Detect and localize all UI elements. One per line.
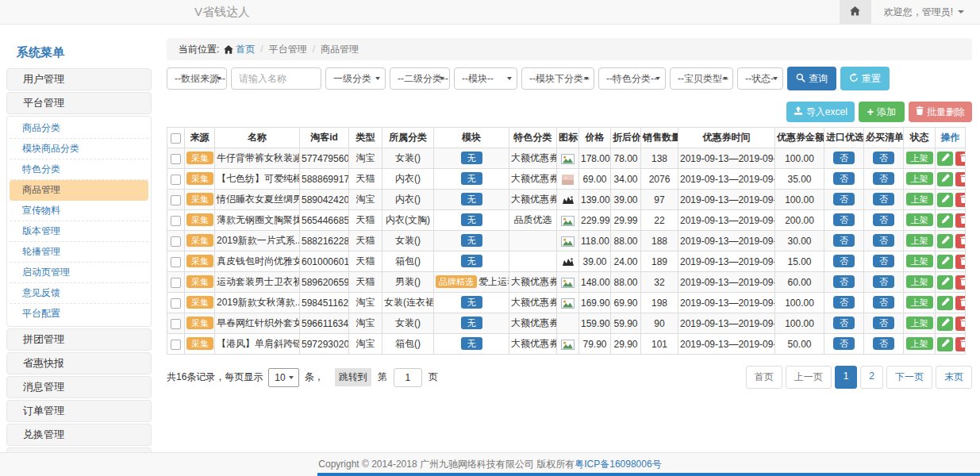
row-checkbox[interactable]: [171, 216, 181, 226]
must-buy-toggle-button[interactable]: 否: [873, 193, 894, 205]
import-toggle-button[interactable]: 否: [833, 317, 855, 329]
page-button[interactable]: 1: [835, 366, 858, 389]
icp-link[interactable]: 粤ICP备16098006号: [575, 459, 661, 470]
sidebar-item[interactable]: 版本管理: [10, 221, 148, 242]
sidebar-section[interactable]: 用户管理: [6, 68, 152, 90]
delete-button[interactable]: [955, 275, 966, 290]
edit-button[interactable]: [937, 337, 953, 351]
sidebar-section[interactable]: 省惠快报: [6, 352, 152, 374]
sidebar-section[interactable]: 拼团管理: [6, 328, 152, 351]
sidebar-item[interactable]: 模块商品分类: [10, 139, 148, 159]
row-checkbox[interactable]: [171, 319, 181, 329]
must-buy-toggle-button[interactable]: 否: [873, 172, 894, 185]
row-checkbox[interactable]: [171, 175, 181, 185]
sidebar-item[interactable]: 轮播管理: [10, 242, 148, 263]
row-checkbox[interactable]: [171, 236, 181, 247]
filter-select[interactable]: 一级分类: [325, 67, 386, 90]
status-button[interactable]: 上架: [906, 296, 933, 309]
query-button[interactable]: 查询: [787, 67, 836, 90]
row-checkbox[interactable]: [171, 340, 181, 350]
edit-button[interactable]: [937, 193, 953, 207]
edit-button[interactable]: [937, 213, 953, 228]
delete-button[interactable]: [955, 152, 966, 166]
filter-select[interactable]: --状态--: [737, 67, 783, 90]
edit-button[interactable]: [937, 296, 953, 310]
page-jump-input[interactable]: [394, 368, 422, 387]
status-button[interactable]: 上架: [906, 172, 933, 185]
edit-button[interactable]: [937, 152, 953, 166]
edit-button[interactable]: [937, 317, 953, 331]
sidebar-section[interactable]: 兑换管理: [6, 424, 152, 446]
import-toggle-button[interactable]: 否: [833, 193, 855, 205]
edit-button[interactable]: [937, 234, 953, 248]
filter-select[interactable]: --宝贝类型--: [670, 67, 733, 90]
import-toggle-button[interactable]: 否: [833, 172, 855, 185]
import-toggle-button[interactable]: 否: [833, 234, 855, 247]
page-button[interactable]: 2: [860, 366, 883, 389]
import-toggle-button[interactable]: 否: [833, 296, 855, 309]
edit-button[interactable]: [937, 275, 953, 290]
batch-delete-button[interactable]: 批量删除: [909, 102, 972, 122]
filter-select[interactable]: --二级分类--: [390, 67, 450, 90]
sidebar-item[interactable]: 商品管理: [10, 180, 148, 201]
row-checkbox[interactable]: [171, 298, 181, 309]
sidebar-section[interactable]: 平台管理: [6, 92, 152, 114]
sidebar-item[interactable]: 宣传物料: [10, 201, 148, 221]
sidebar-section[interactable]: 订单管理: [6, 400, 152, 422]
status-button[interactable]: 上架: [906, 275, 933, 288]
delete-button[interactable]: [955, 317, 966, 331]
filter-select[interactable]: --数据来源--: [167, 67, 227, 90]
filter-select[interactable]: --模块下分类--: [521, 67, 594, 90]
per-page-select[interactable]: 10: [268, 368, 298, 387]
import-toggle-button[interactable]: 否: [833, 337, 855, 350]
user-menu[interactable]: 欢迎您，管理员!: [884, 6, 964, 19]
sidebar-item[interactable]: 特色分类: [10, 159, 148, 180]
status-button[interactable]: 上架: [906, 193, 933, 205]
delete-button[interactable]: [955, 193, 966, 207]
sidebar-item[interactable]: 平台配置: [10, 304, 148, 324]
jump-to-button[interactable]: 跳转到: [335, 368, 371, 386]
page-button[interactable]: 末页: [936, 366, 972, 389]
select-all-checkbox[interactable]: [171, 133, 181, 144]
delete-button[interactable]: [955, 296, 966, 310]
must-buy-toggle-button[interactable]: 否: [873, 296, 894, 309]
sidebar-item[interactable]: 商品分类: [10, 118, 148, 139]
delete-button[interactable]: [955, 213, 966, 228]
status-button[interactable]: 上架: [906, 337, 933, 350]
delete-button[interactable]: [955, 172, 966, 186]
page-button[interactable]: 上一页: [786, 366, 832, 389]
page-button[interactable]: 首页: [746, 366, 782, 389]
row-checkbox[interactable]: [171, 195, 181, 205]
status-button[interactable]: 上架: [906, 234, 933, 247]
row-checkbox[interactable]: [171, 257, 181, 267]
sidebar-item[interactable]: 启动页管理: [10, 263, 148, 283]
import-toggle-button[interactable]: 否: [833, 255, 855, 267]
must-buy-toggle-button[interactable]: 否: [873, 213, 894, 226]
import-excel-button[interactable]: 导入excel: [786, 102, 855, 122]
status-button[interactable]: 上架: [906, 255, 933, 267]
must-buy-toggle-button[interactable]: 否: [873, 275, 894, 288]
must-buy-toggle-button[interactable]: 否: [873, 337, 894, 350]
must-buy-toggle-button[interactable]: 否: [873, 152, 894, 164]
row-checkbox[interactable]: [171, 278, 181, 288]
name-search-input[interactable]: [231, 67, 321, 90]
status-button[interactable]: 上架: [906, 213, 933, 226]
import-toggle-button[interactable]: 否: [833, 275, 855, 288]
page-button[interactable]: 下一页: [886, 366, 932, 389]
breadcrumb-home-link[interactable]: 首页: [224, 38, 255, 60]
home-button[interactable]: [840, 0, 871, 24]
edit-button[interactable]: [937, 255, 953, 269]
reset-button[interactable]: 重置: [840, 67, 890, 90]
import-toggle-button[interactable]: 否: [833, 152, 855, 164]
status-button[interactable]: 上架: [906, 152, 933, 164]
filter-select[interactable]: --特色分类--: [598, 67, 666, 90]
sidebar-section[interactable]: 消息管理: [6, 376, 152, 398]
delete-button[interactable]: [955, 234, 966, 248]
must-buy-toggle-button[interactable]: 否: [873, 234, 894, 247]
delete-button[interactable]: [955, 255, 966, 269]
edit-button[interactable]: [937, 172, 953, 186]
filter-select[interactable]: --模块--: [454, 67, 517, 90]
delete-button[interactable]: [955, 337, 966, 351]
add-button[interactable]: + 添加: [859, 102, 905, 122]
must-buy-toggle-button[interactable]: 否: [873, 317, 894, 329]
